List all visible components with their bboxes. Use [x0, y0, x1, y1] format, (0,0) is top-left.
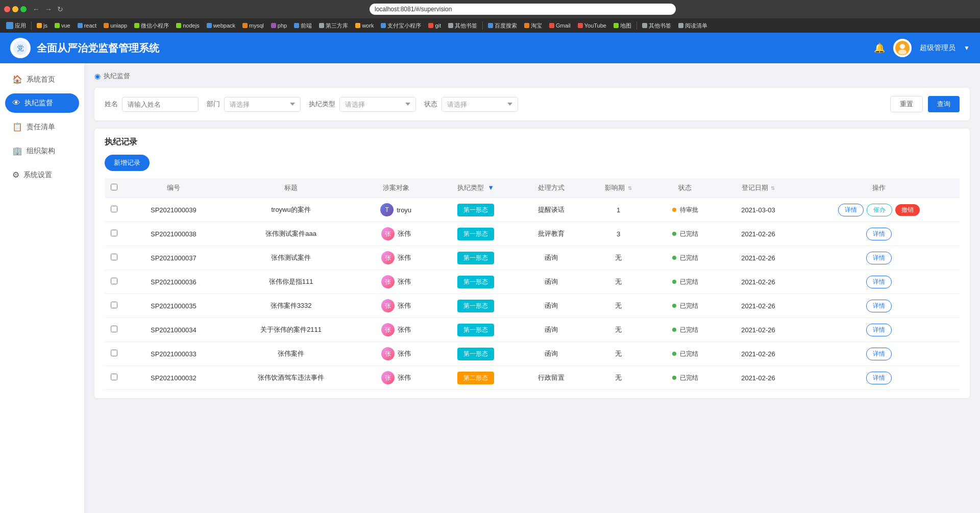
query-button[interactable]: 查询 — [928, 96, 960, 112]
row-title: 关于张伟的案件2111 — [224, 318, 359, 342]
bookmark-mysql[interactable]: mysql — [239, 21, 267, 30]
row-actions: 详情 — [798, 246, 960, 270]
detail-button[interactable]: 详情 — [866, 252, 892, 264]
bookmark-wechat[interactable]: 微信小程序 — [131, 21, 172, 31]
detail-button[interactable]: 详情 — [866, 228, 892, 240]
organization-icon: 🏢 — [12, 146, 22, 156]
period-sort-icon[interactable]: ⇅ — [628, 185, 632, 191]
bookmark-thirdparty[interactable]: 第三方库 — [316, 21, 351, 31]
status-label: 已完结 — [680, 326, 698, 333]
detail-button[interactable]: 详情 — [866, 372, 892, 384]
row-status: 已完结 — [652, 342, 718, 366]
filter-status-select[interactable]: 请选择 — [442, 97, 518, 112]
revoke-button[interactable]: 撤销 — [895, 204, 920, 216]
reset-button[interactable]: 重置 — [890, 96, 923, 112]
bookmark-react[interactable]: react — [75, 21, 100, 30]
action-buttons: 详情 — [804, 252, 953, 264]
row-date: 2021-02-26 — [719, 342, 798, 366]
bookmark-label: mysql — [249, 22, 264, 29]
person-avatar: 张 — [381, 227, 395, 240]
bookmark-frontend[interactable]: 前端 — [291, 21, 315, 31]
filter-group-type: 执纪类型 请选择 — [309, 97, 416, 112]
bookmark-js[interactable]: js — [34, 21, 51, 30]
bookmark-webpack[interactable]: webpack — [204, 21, 238, 30]
row-person: 张 张伟 — [359, 270, 433, 294]
bell-icon[interactable]: 🔔 — [874, 42, 885, 54]
row-checkbox[interactable] — [111, 350, 117, 356]
row-checkbox[interactable] — [111, 374, 117, 380]
add-record-button[interactable]: 新增记录 — [105, 155, 150, 171]
bookmark-taobao[interactable]: 淘宝 — [521, 21, 545, 31]
close-btn[interactable] — [4, 6, 10, 12]
sidebar-item-supervision[interactable]: 👁 执纪监督 — [5, 93, 79, 113]
type-filter-icon[interactable]: ▼ — [487, 184, 494, 191]
bookmark-label: uniapp — [110, 22, 127, 29]
detail-button[interactable]: 详情 — [838, 204, 864, 216]
bookmark-others2[interactable]: 其他书签 — [639, 21, 674, 31]
th-checkbox — [105, 178, 124, 198]
detail-button[interactable]: 详情 — [866, 324, 892, 336]
bookmark-readlist[interactable]: 阅读清单 — [675, 21, 710, 31]
filter-dept-select[interactable]: 请选择 — [224, 97, 301, 112]
detail-button[interactable]: 详情 — [866, 276, 892, 288]
type-badge: 第一形态 — [457, 228, 494, 240]
forward-arrow[interactable]: → — [43, 4, 54, 14]
user-dropdown-arrow[interactable]: ▼ — [964, 44, 970, 52]
row-checkbox[interactable] — [111, 302, 117, 308]
status-dot — [672, 208, 676, 212]
minimize-btn[interactable] — [12, 6, 18, 12]
filter-name-input[interactable] — [122, 97, 199, 112]
sidebar-item-settings[interactable]: ⚙ 系统设置 — [5, 165, 79, 185]
sidebar-item-responsibility[interactable]: 📋 责任清单 — [5, 117, 79, 137]
bookmark-nodejs[interactable]: nodejs — [173, 21, 202, 30]
bookmark-php[interactable]: php — [268, 21, 290, 30]
row-period: 无 — [585, 318, 652, 342]
sidebar-item-home[interactable]: 🏠 系统首页 — [5, 69, 79, 89]
filter-status-label: 状态 — [424, 100, 437, 109]
row-handle: 函询 — [518, 318, 585, 342]
thirdparty-icon — [319, 23, 324, 28]
back-arrow[interactable]: ← — [31, 4, 42, 14]
bookmark-apps[interactable]: 应用 — [3, 21, 29, 31]
bookmark-others1[interactable]: 其他书签 — [445, 21, 480, 31]
person-name: 张伟 — [398, 253, 411, 262]
user-avatar — [893, 39, 912, 57]
refresh-arrow[interactable]: ↻ — [55, 4, 65, 14]
row-checkbox[interactable] — [111, 206, 117, 212]
filter-type-select[interactable]: 请选择 — [339, 97, 416, 112]
row-handle: 函询 — [518, 270, 585, 294]
select-all-checkbox[interactable] — [111, 184, 117, 190]
row-checkbox[interactable] — [111, 278, 117, 284]
apps-icon — [6, 22, 13, 29]
bookmark-vue[interactable]: vue — [52, 21, 74, 30]
bookmark-alipay[interactable]: 支付宝小程序 — [378, 21, 424, 31]
date-sort-icon[interactable]: ⇅ — [771, 185, 775, 191]
bookmark-git[interactable]: git — [425, 21, 444, 30]
breadcrumb-text: 执纪监督 — [104, 71, 130, 81]
row-status: 已完结 — [652, 318, 718, 342]
bookmark-gmail[interactable]: Gmail — [546, 21, 574, 30]
detail-button[interactable]: 详情 — [866, 348, 892, 360]
filter-group-name: 姓名 — [105, 97, 199, 112]
row-id: SP2021000033 — [124, 342, 224, 366]
address-bar[interactable]: localhost:8081/#/supervision — [370, 4, 676, 15]
status-dot — [672, 328, 676, 332]
bookmark-uniapp[interactable]: uniapp — [101, 21, 130, 30]
detail-button[interactable]: 详情 — [866, 300, 892, 312]
urge-button[interactable]: 催办 — [867, 204, 892, 216]
bookmark-youtube[interactable]: YouTube — [575, 21, 609, 30]
row-title: 张伟案件 — [224, 342, 359, 366]
sidebar-item-organization[interactable]: 🏢 组织架构 — [5, 141, 79, 161]
maximize-btn[interactable] — [20, 6, 27, 12]
row-date: 2021-02-26 — [719, 318, 798, 342]
bookmark-baidu[interactable]: 百度搜索 — [485, 21, 520, 31]
bookmark-map[interactable]: 地图 — [610, 21, 634, 31]
row-person: 张 张伟 — [359, 342, 433, 366]
person-name: troyu — [397, 206, 411, 214]
type-badge: 第一形态 — [457, 348, 494, 360]
row-checkbox[interactable] — [111, 230, 117, 236]
bookmark-work[interactable]: work — [352, 21, 377, 30]
table-row: SP2021000032 张伟饮酒驾车违法事件 张 张伟 第二形态 行政留置 无… — [105, 366, 960, 390]
row-checkbox[interactable] — [111, 254, 117, 260]
row-checkbox[interactable] — [111, 326, 117, 332]
